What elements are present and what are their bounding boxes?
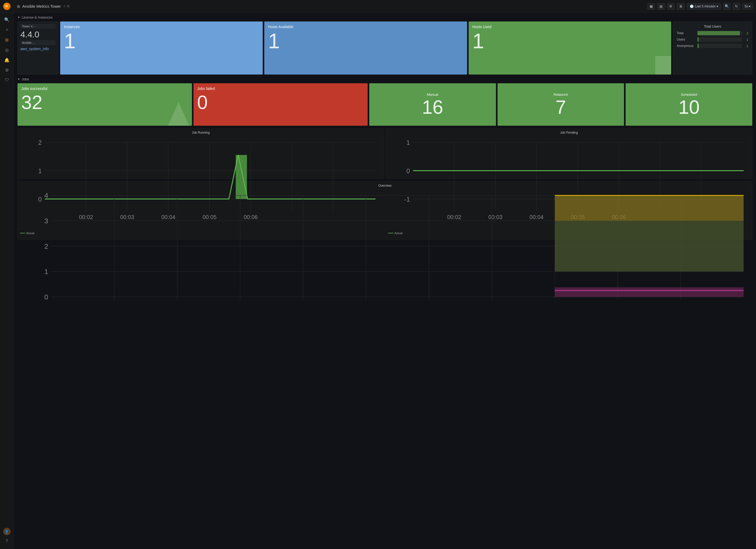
bar-chart-button[interactable]: ▦ xyxy=(647,3,655,10)
jobs-row: Jobs successful 32 Jobs failed 0 Manual … xyxy=(17,83,752,126)
users-anon-bar xyxy=(697,44,742,48)
hosts-used-value: 1 xyxy=(472,30,667,71)
topbar-title: Ansible Metrics Tower xyxy=(22,4,61,8)
total-users-card: Total Users Total 2 Users 1 xyxy=(673,21,752,74)
table-button[interactable]: ▤ xyxy=(657,3,665,10)
topbar-share-icon[interactable]: ⎘ xyxy=(67,4,69,8)
instances-value: 1 xyxy=(64,30,259,71)
job-pending-title: Job Pending xyxy=(388,131,750,134)
hosts-available-label: Hosts Available xyxy=(268,25,463,29)
total-users-title: Total Users xyxy=(677,24,748,28)
jobs-chevron-icon: ▼ xyxy=(17,78,20,81)
jobs-successful-card: Jobs successful 32 xyxy=(17,83,192,126)
svg-text:3: 3 xyxy=(44,217,48,225)
sidebar-nav: 🔍 ＋ ⊞ ◎ 🔔 ⚙ 🛡 xyxy=(1,13,12,528)
users-anon-row: Anonymous 1 xyxy=(677,44,748,48)
sidebar-item-add[interactable]: ＋ xyxy=(1,25,12,34)
time-range-button[interactable]: 🕐 Last 5 minutes ▾ xyxy=(687,3,721,10)
avatar[interactable]: 👤 xyxy=(3,528,11,535)
help-icon[interactable]: ? xyxy=(1,536,12,546)
overview-area: 4 3 2 1 0 xyxy=(20,189,750,310)
logo-icon[interactable]: G xyxy=(3,3,11,10)
jobs-scheduled-card: Scheduled 10 xyxy=(626,83,752,126)
sidebar-item-alerts[interactable]: 🔔 xyxy=(1,55,12,65)
chevron-down-icon-interval: ▾ xyxy=(749,5,750,8)
license-chevron-icon: ▼ xyxy=(17,16,20,19)
svg-text:0: 0 xyxy=(44,293,48,301)
jobs-relaunch-card: Relaunch 7 xyxy=(498,83,624,126)
users-anon-label: Anonymous xyxy=(677,44,695,48)
table-icon: ▤ xyxy=(660,5,662,8)
svg-rect-57 xyxy=(555,195,744,221)
monitor-button[interactable]: 🖥 xyxy=(677,3,685,10)
instances-card: Instances 1 xyxy=(60,21,263,74)
users-users-label: Users xyxy=(677,38,695,41)
sidebar: G 🔍 ＋ ⊞ ◎ 🔔 ⚙ 🛡 👤 ? xyxy=(0,0,14,549)
sidebar-item-explore[interactable]: ◎ xyxy=(1,45,12,55)
refresh-button[interactable]: ↻ xyxy=(733,3,740,10)
tower-version-card: Tower V... 4.4.0 Ansible ... awx_system_… xyxy=(17,21,59,74)
main-content: ⊞ Ansible Metrics Tower ☆ ⎘ ▦ ▤ ⚙ 🖥 🕐 La… xyxy=(14,0,756,549)
svg-text:1: 1 xyxy=(406,139,410,146)
interval-button[interactable]: 5s ▾ xyxy=(742,3,753,10)
jobs-successful-value: 32 xyxy=(21,93,188,112)
bar-chart-icon: ▦ xyxy=(650,5,653,8)
jobs-watermark xyxy=(168,102,189,126)
hosts-used-label: Hosts Used xyxy=(472,25,667,29)
version-number: 4.4.0 xyxy=(20,30,56,39)
svg-text:1: 1 xyxy=(44,267,48,276)
hosts-used-card: Hosts Used 1 xyxy=(469,21,671,74)
jobs-successful-label: Jobs successful xyxy=(21,86,188,91)
monitor-icon: 🖥 xyxy=(679,5,682,8)
jobs-section-header[interactable]: ▼ Jobs xyxy=(17,77,752,81)
sidebar-item-search[interactable]: 🔍 xyxy=(1,15,12,24)
license-section-header[interactable]: ▼ License & Instances xyxy=(17,15,752,19)
interval-label: 5s xyxy=(745,5,748,8)
users-anon-fill xyxy=(697,44,699,48)
zoom-out-icon: 🔍 xyxy=(725,4,729,8)
license-section-title: License & Instances xyxy=(22,15,52,19)
topbar-grid-icon[interactable]: ⊞ xyxy=(17,4,20,8)
sidebar-bottom: 👤 ? xyxy=(1,528,12,549)
chevron-down-icon: ▾ xyxy=(717,5,718,8)
topbar-right: ▦ ▤ ⚙ 🖥 🕐 Last 5 minutes ▾ 🔍 ↻ xyxy=(647,3,753,10)
svg-text:0: 0 xyxy=(406,168,410,174)
charts-row: Job Running xyxy=(17,128,752,179)
system-info: awx_system_info xyxy=(20,47,56,51)
hosts-used-chart xyxy=(655,56,671,74)
settings-button[interactable]: ⚙ xyxy=(667,3,675,10)
zoom-out-button[interactable]: 🔍 xyxy=(723,3,731,10)
topbar-icons: ☆ ⎘ xyxy=(63,4,69,8)
time-range-label: Last 5 minutes xyxy=(695,5,715,8)
dashboard: ▼ License & Instances Tower V... 4.4.0 A… xyxy=(14,13,756,549)
jobs-failed-value: 0 xyxy=(197,93,364,112)
users-anon-count: 1 xyxy=(744,44,748,48)
topbar: ⊞ Ansible Metrics Tower ☆ ⎘ ▦ ▤ ⚙ 🖥 🕐 La… xyxy=(14,0,756,13)
settings-icon: ⚙ xyxy=(669,5,672,8)
users-total-fill xyxy=(697,31,740,35)
svg-text:1: 1 xyxy=(38,168,42,174)
job-pending-chart: Job Pending xyxy=(386,128,752,179)
users-users-fill xyxy=(697,37,699,42)
sidebar-item-settings[interactable]: ⚙ xyxy=(1,65,12,75)
users-total-bar xyxy=(697,31,742,35)
sidebar-item-dashboard[interactable]: ⊞ xyxy=(1,35,12,45)
jobs-relaunch-value: 7 xyxy=(555,98,566,117)
overview-card: Overview xyxy=(17,181,752,240)
users-total-label: Total xyxy=(677,31,695,35)
clock-icon: 🕐 xyxy=(690,5,694,8)
ansible-label: Ansible ... xyxy=(20,40,56,45)
sidebar-logo: G xyxy=(0,0,14,13)
users-total-row: Total 2 xyxy=(677,31,748,35)
refresh-icon: ↻ xyxy=(735,4,738,8)
job-running-chart: Job Running xyxy=(17,128,384,179)
jobs-relaunch-label: Relaunch xyxy=(553,93,568,96)
jobs-section-title: Jobs xyxy=(22,77,29,81)
license-row: Tower V... 4.4.0 Ansible ... awx_system_… xyxy=(17,21,752,74)
topbar-star-icon[interactable]: ☆ xyxy=(63,4,66,8)
users-total-count: 2 xyxy=(744,31,748,35)
sidebar-item-shield[interactable]: 🛡 xyxy=(1,75,12,85)
hosts-available-card: Hosts Available 1 xyxy=(264,21,467,74)
jobs-manual-card: Manual 16 xyxy=(369,83,496,126)
instances-label: Instances xyxy=(64,25,259,29)
